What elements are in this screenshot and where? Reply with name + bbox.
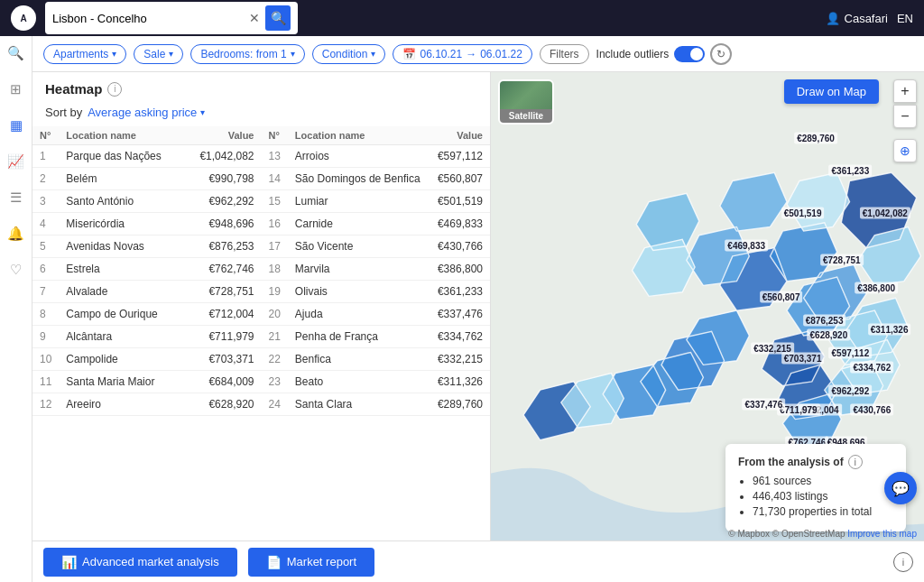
- page-info-icon[interactable]: i: [893, 552, 913, 572]
- table-row[interactable]: 11 Santa Maria Maior €684,009: [32, 371, 262, 393]
- sidebar-item-layers[interactable]: ⊞: [6, 79, 26, 99]
- row-location: Olivais: [288, 281, 430, 303]
- table-row[interactable]: 15 Lumiar €501,519: [262, 190, 491, 213]
- filters-button[interactable]: Filters: [540, 44, 589, 64]
- table-row[interactable]: 4 Misericórdia €948,696: [32, 213, 262, 236]
- table-row[interactable]: 16 Carnide €469,833: [262, 213, 491, 236]
- table-container: N° Location name Value 1 Parque das Naçõ…: [32, 126, 490, 540]
- chevron-down-icon: ▾: [112, 49, 116, 59]
- row-num: 21: [262, 326, 288, 348]
- row-num: 15: [262, 190, 288, 213]
- row-num: 7: [32, 281, 59, 303]
- left-panel: Heatmap i Sort by Average asking price ▾: [32, 72, 491, 540]
- analysis-stat-properties: 71,730 properties in total: [753, 505, 893, 518]
- row-value: €334,762: [430, 326, 490, 348]
- table-row[interactable]: 17 São Vicente €430,766: [262, 236, 491, 258]
- draw-on-map-button[interactable]: Draw on Map: [784, 79, 879, 104]
- table-row[interactable]: 22 Benfica €332,215: [262, 348, 491, 371]
- row-value: €711,979: [183, 326, 261, 348]
- row-value: €628,920: [183, 393, 261, 416]
- table-row[interactable]: 10 Campolide €703,371: [32, 348, 262, 371]
- bedrooms-filter[interactable]: Bedrooms: from 1 ▾: [190, 44, 304, 64]
- row-location: Ajuda: [288, 303, 430, 326]
- row-num: 12: [32, 393, 59, 416]
- split-panel: Heatmap i Sort by Average asking price ▾: [32, 72, 924, 540]
- refresh-icon[interactable]: ↻: [710, 43, 732, 65]
- row-num: 20: [262, 303, 288, 326]
- col-value-header-r: Value: [430, 126, 490, 145]
- table-row[interactable]: 24 Santa Clara €289,760: [262, 393, 491, 416]
- row-location: Santa Maria Maior: [59, 371, 183, 393]
- filters-bar: Apartments ▾ Sale ▾ Bedrooms: from 1 ▾ C…: [32, 36, 924, 72]
- sort-dropdown[interactable]: Average asking price ▾: [88, 106, 205, 119]
- table-row[interactable]: 21 Penha de França €334,762: [262, 326, 491, 348]
- advanced-analysis-button[interactable]: 📊 Advanced market analysis: [43, 548, 237, 577]
- sale-filter[interactable]: Sale ▾: [134, 44, 183, 64]
- locate-button[interactable]: ⊕: [893, 139, 917, 162]
- table-row[interactable]: 18 Marvila €386,800: [262, 258, 491, 281]
- panel-title: Heatmap: [45, 81, 102, 97]
- table-row[interactable]: 19 Olivais €361,233: [262, 281, 491, 303]
- sidebar-item-chart[interactable]: 📈: [6, 152, 26, 171]
- condition-filter[interactable]: Condition ▾: [312, 44, 386, 64]
- user-menu[interactable]: 👤 Casafari: [826, 12, 888, 25]
- row-num: 11: [32, 371, 59, 393]
- zoom-out-button[interactable]: −: [893, 105, 917, 128]
- table-row[interactable]: 13 Arroios €597,112: [262, 145, 491, 168]
- row-num: 22: [262, 348, 288, 371]
- satellite-label: Satellite: [500, 109, 552, 123]
- sidebar-item-search[interactable]: 🔍: [6, 43, 26, 63]
- chevron-down-icon: ▾: [291, 49, 295, 59]
- sidebar-item-heatmap[interactable]: ▦: [6, 115, 26, 135]
- table-row[interactable]: 2 Belém €990,798: [32, 168, 262, 190]
- row-location: Campo de Ourique: [59, 303, 183, 326]
- row-value: €289,760: [430, 393, 490, 416]
- table-row[interactable]: 1 Parque das Nações €1,042,082: [32, 145, 262, 168]
- row-num: 5: [32, 236, 59, 258]
- row-location: Areeiro: [59, 393, 183, 416]
- row-value: €948,696: [183, 213, 261, 236]
- table-row[interactable]: 12 Areeiro €628,920: [32, 393, 262, 416]
- col-location-header: Location name: [59, 126, 183, 145]
- market-report-button[interactable]: 📄 Market report: [248, 548, 374, 577]
- sidebar-item-bell[interactable]: 🔔: [6, 224, 26, 244]
- col-location-header-r: Location name: [288, 126, 430, 145]
- apartments-filter[interactable]: Apartments ▾: [43, 44, 126, 64]
- date-filter[interactable]: 📅 06.10.21 → 06.01.22: [393, 44, 531, 64]
- search-input[interactable]: [52, 12, 244, 25]
- row-value: €361,233: [430, 281, 490, 303]
- row-location: Avenidas Novas: [59, 236, 183, 258]
- table-row[interactable]: 5 Avenidas Novas €876,253: [32, 236, 262, 258]
- map-area[interactable]: €1,042,082 €289,760 €361,233 €501,519 €4…: [491, 72, 924, 540]
- table-row[interactable]: 3 Santo António €962,292: [32, 190, 262, 213]
- search-clear-icon[interactable]: ✕: [249, 11, 260, 25]
- improve-map-link[interactable]: Improve this map: [847, 529, 917, 539]
- language-selector[interactable]: EN: [897, 12, 913, 25]
- sidebar: 🔍 ⊞ ▦ 📈 ☰ 🔔 ♡: [0, 36, 32, 582]
- satellite-button[interactable]: Satellite: [498, 79, 554, 125]
- table-row[interactable]: 6 Estrela €762,746: [32, 258, 262, 281]
- row-num: 3: [32, 190, 59, 213]
- toggle-knob: [690, 48, 703, 60]
- analysis-info-icon[interactable]: i: [848, 455, 863, 469]
- outliers-toggle[interactable]: [674, 46, 705, 62]
- search-button[interactable]: 🔍: [265, 5, 291, 31]
- row-location: Benfica: [288, 348, 430, 371]
- search-bar[interactable]: ✕ 🔍: [45, 2, 298, 34]
- table-row[interactable]: 23 Beato €311,326: [262, 371, 491, 393]
- table-row[interactable]: 14 São Domingos de Benfica €560,807: [262, 168, 491, 190]
- topbar: A ✕ 🔍 👤 Casafari EN: [0, 0, 924, 36]
- row-location: Carnide: [288, 213, 430, 236]
- chat-button[interactable]: 💬: [884, 472, 917, 504]
- table-row[interactable]: 20 Ajuda €337,476: [262, 303, 491, 326]
- calendar-icon: 📅: [402, 48, 416, 60]
- sidebar-item-heart[interactable]: ♡: [6, 260, 26, 280]
- zoom-in-button[interactable]: +: [893, 79, 917, 103]
- sidebar-item-list[interactable]: ☰: [6, 188, 26, 208]
- table-row[interactable]: 8 Campo de Ourique €712,004: [32, 303, 262, 326]
- table-row[interactable]: 7 Alvalade €728,751: [32, 281, 262, 303]
- row-value: €597,112: [430, 145, 490, 168]
- heatmap-info-icon[interactable]: i: [107, 82, 122, 97]
- include-outliers-control: Include outliers ↻: [596, 43, 733, 65]
- table-row[interactable]: 9 Alcântara €711,979: [32, 326, 262, 348]
